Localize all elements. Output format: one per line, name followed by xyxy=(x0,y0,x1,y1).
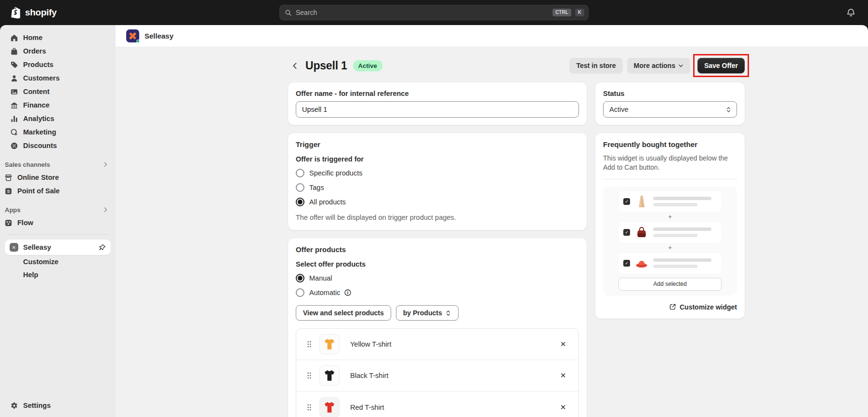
sidebar-item-point-of-sale[interactable]: S Point of Sale xyxy=(0,184,116,198)
add-selected-button[interactable]: Add selected xyxy=(618,278,722,291)
status-select[interactable]: Active xyxy=(603,101,737,118)
sidebar-item-home[interactable]: Home xyxy=(0,31,116,44)
page-title: Upsell 1 xyxy=(305,59,347,72)
person-icon xyxy=(10,74,18,82)
remove-product-icon[interactable]: ✕ xyxy=(556,401,570,414)
view-select-products-button[interactable]: View and select products xyxy=(296,305,391,321)
sidebar-item-label: Marketing xyxy=(23,128,56,136)
radio-circle xyxy=(296,274,304,282)
app-status-dot xyxy=(136,40,140,43)
radio-manual[interactable]: Manual xyxy=(296,274,579,282)
save-offer-annotation-box: Save Offer xyxy=(693,54,749,77)
skeleton-text xyxy=(653,197,717,206)
orders-icon xyxy=(10,47,18,55)
sidebar-item-discounts[interactable]: Discounts xyxy=(0,139,116,152)
select-offer-products-label: Select offer products xyxy=(296,260,579,268)
offer-name-input[interactable] xyxy=(296,101,579,118)
sidebar-item-flow[interactable]: Flow xyxy=(0,216,116,229)
remove-product-icon[interactable]: ✕ xyxy=(556,369,570,382)
selleasy-mini-icon: ✕ xyxy=(10,243,18,252)
offer-products-card: Offer products Select offer products Man… xyxy=(288,238,587,417)
pin-icon[interactable] xyxy=(99,244,106,251)
product-thumbnail xyxy=(319,365,340,386)
app-name: Selleasy xyxy=(145,32,173,40)
sidebar-item-customers[interactable]: Customers xyxy=(0,71,116,85)
home-icon xyxy=(10,33,18,42)
trigger-help-text: The offer will be displayed on trigger p… xyxy=(296,214,579,221)
sidebar-item-help[interactable]: Help xyxy=(0,268,116,281)
radio-tags[interactable]: Tags xyxy=(296,183,579,192)
product-name: Yellow T-shirt xyxy=(350,340,556,348)
radio-label: Specific products xyxy=(309,169,362,177)
kbd-ctrl: CTRL xyxy=(552,9,571,16)
updown-chevron-icon xyxy=(725,107,732,113)
sidebar-item-analytics[interactable]: Analytics xyxy=(0,112,116,125)
radio-circle xyxy=(296,288,304,297)
page-content: Upsell 1 Active Test in store More actio… xyxy=(116,47,868,417)
sidebar-item-online-store[interactable]: Online Store xyxy=(0,171,116,184)
shopify-logo[interactable]: shopify xyxy=(11,7,155,19)
sidebar-item-label: Discounts xyxy=(23,142,57,149)
sidebar-section-apps[interactable]: Apps xyxy=(0,203,116,216)
preview-item-row: ✓ xyxy=(618,191,722,212)
updown-chevron-icon xyxy=(445,310,451,316)
svg-text:S: S xyxy=(7,188,10,193)
plus-separator: + xyxy=(618,215,722,219)
sidebar-item-orders[interactable]: Orders xyxy=(0,44,116,58)
group-by-select[interactable]: by Products xyxy=(396,305,459,321)
sidebar-item-label: Analytics xyxy=(23,115,54,122)
more-actions-label: More actions xyxy=(634,62,675,69)
customize-widget-link[interactable]: Customize widget xyxy=(669,303,737,311)
sidebar-item-finance[interactable]: Finance xyxy=(0,98,116,112)
test-in-store-button[interactable]: Test in store xyxy=(569,58,622,73)
sidebar-item-selleasy[interactable]: ✕ Selleasy xyxy=(5,240,111,255)
customize-widget-label: Customize widget xyxy=(680,303,737,311)
sidebar-item-label: Finance xyxy=(23,101,50,109)
shopify-wordmark: shopify xyxy=(25,7,56,18)
save-offer-button[interactable]: Save Offer xyxy=(697,58,745,73)
section-label: Sales channels xyxy=(5,161,50,168)
notification-bell-icon[interactable] xyxy=(846,8,855,17)
sidebar-item-label: Help xyxy=(23,271,38,279)
radio-specific-products[interactable]: Specific products xyxy=(296,169,579,177)
sidebar-item-customize[interactable]: Customize xyxy=(0,255,116,268)
radio-automatic[interactable]: Automatic xyxy=(296,288,579,297)
dress-image xyxy=(634,193,649,210)
sidebar-section-sales-channels[interactable]: Sales channels xyxy=(0,158,116,171)
topbar: shopify Search CTRL K xyxy=(0,0,868,25)
back-button[interactable] xyxy=(288,59,302,72)
sidebar-item-content[interactable]: Content xyxy=(0,85,116,98)
pos-icon: S xyxy=(4,187,13,195)
more-actions-button[interactable]: More actions xyxy=(627,58,690,73)
sidebar-item-settings[interactable]: Settings xyxy=(0,399,116,412)
drag-handle-icon[interactable] xyxy=(306,340,313,348)
product-name: Black T-shirt xyxy=(350,372,556,379)
search-icon xyxy=(285,9,292,16)
checkbox-checked-icon: ✓ xyxy=(623,229,630,236)
product-thumbnail xyxy=(319,334,340,354)
radio-all-products[interactable]: All products xyxy=(296,198,579,206)
handbag-image xyxy=(634,224,649,241)
radio-circle xyxy=(296,198,304,206)
remove-product-icon[interactable]: ✕ xyxy=(556,337,570,351)
bank-icon xyxy=(10,101,18,109)
tag-icon xyxy=(10,60,18,69)
sidebar-item-products[interactable]: Products xyxy=(0,58,116,71)
status-value: Active xyxy=(609,106,629,113)
selleasy-app-icon xyxy=(126,29,139,42)
checkbox-checked-icon: ✓ xyxy=(623,198,630,205)
search-input[interactable]: Search CTRL K xyxy=(279,5,589,20)
drag-handle-icon[interactable] xyxy=(306,404,313,411)
fbt-description: This widget is usually displayed below t… xyxy=(603,154,737,172)
chevron-right-icon xyxy=(102,206,109,213)
sidebar-item-label: Customers xyxy=(23,74,60,82)
sidebar-item-marketing[interactable]: Marketing xyxy=(0,125,116,139)
drag-handle-icon[interactable] xyxy=(306,372,313,379)
preview-item-row: ✓ xyxy=(618,253,722,274)
radio-label: Manual xyxy=(309,274,332,282)
fbt-divider xyxy=(602,179,738,179)
sidebar-divider xyxy=(7,234,109,235)
sidebar-item-label: Home xyxy=(23,34,42,41)
info-icon[interactable] xyxy=(344,289,352,296)
offer-products-title: Offer products xyxy=(296,245,579,254)
